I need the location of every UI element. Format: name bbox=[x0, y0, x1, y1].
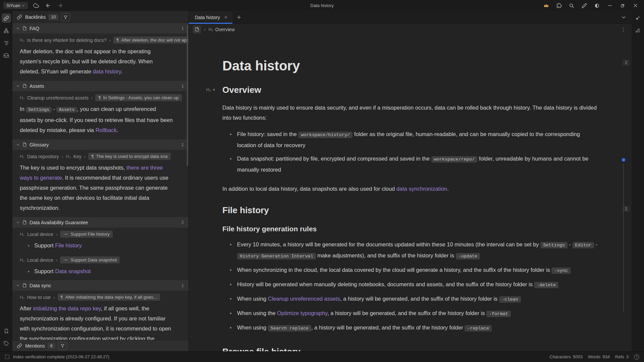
new-tab-button[interactable] bbox=[232, 11, 246, 23]
backlink-paragraph[interactable]: The key is used to encrypt data snapshot… bbox=[12, 161, 189, 216]
editor-scrollbar[interactable] bbox=[623, 164, 624, 313]
list-item[interactable]: •When using Search replace, a history wi… bbox=[222, 321, 599, 335]
dock-outline-icon[interactable] bbox=[2, 38, 11, 48]
breadcrumb-item[interactable]: Overview bbox=[215, 27, 235, 32]
ref-link[interactable]: data history bbox=[93, 68, 121, 74]
ref-link[interactable]: File history bbox=[55, 242, 82, 248]
section-count: 1 bbox=[181, 283, 184, 288]
heading-overview[interactable]: H₂▼Overview bbox=[222, 85, 599, 95]
crumb-heading-text[interactable]: Local device bbox=[27, 232, 53, 237]
crumb-heading-text[interactable]: Local device bbox=[27, 257, 53, 263]
restore-icon[interactable] bbox=[619, 2, 627, 10]
backlink-breadcrumb[interactable]: H₂ Cleanup unreferenced assets›¶In Setti… bbox=[12, 91, 189, 103]
sync-cloud-icon[interactable] bbox=[32, 2, 40, 10]
crown-icon[interactable] bbox=[542, 2, 550, 10]
back-icon[interactable] bbox=[44, 2, 52, 10]
backlink-list-item[interactable]: •Support Data snapshot bbox=[12, 265, 189, 279]
crumb-separator-icon: › bbox=[56, 232, 58, 237]
backlink-paragraph[interactable]: After deletion, the doc will not appear … bbox=[12, 45, 189, 80]
ref-link[interactable]: Optimize typography bbox=[277, 310, 327, 316]
edit-icon[interactable] bbox=[580, 2, 588, 10]
minimize-icon[interactable] bbox=[606, 2, 614, 10]
chevron-down-icon[interactable] bbox=[16, 221, 20, 224]
heading-file-history-generation-rules[interactable]: File history generation rules bbox=[222, 225, 599, 233]
crumb-heading-text[interactable]: How to use bbox=[27, 295, 51, 300]
crumb-block-chip[interactable]: ¶After deletion, the doc will not appear bbox=[113, 37, 189, 44]
crumb-block-chip[interactable]: Support Data snapshot bbox=[60, 256, 120, 263]
crumb-heading-text[interactable]: Key bbox=[73, 154, 82, 159]
heading-gutter[interactable]: H₂▼ bbox=[206, 87, 215, 92]
list-item[interactable]: •Every 10 minutes, a history will be gen… bbox=[222, 238, 599, 263]
dock-inbox-icon[interactable] bbox=[2, 51, 11, 60]
chevron-down-icon[interactable] bbox=[16, 143, 20, 146]
heading-level-label: H₃ bbox=[66, 154, 71, 159]
mentions-filter-button[interactable] bbox=[58, 342, 67, 350]
tab-title: Data history bbox=[195, 15, 220, 20]
crumb-heading-text[interactable]: Cleanup unreferenced assets bbox=[27, 95, 89, 101]
backlinks-filter-button[interactable] bbox=[61, 13, 70, 21]
backlink-section-header[interactable]: FAQ1 bbox=[12, 23, 189, 34]
heading-browse-file-history[interactable]: Browse file history bbox=[222, 347, 599, 351]
backlink-section-header[interactable]: Glossary1 bbox=[12, 139, 189, 150]
collapse-arrow-icon[interactable]: ▼ bbox=[212, 88, 215, 92]
backlink-list-item[interactable]: •Support File history bbox=[12, 239, 189, 253]
backlink-breadcrumb[interactable]: H₂ Is there any #Note# for deleting docs… bbox=[12, 34, 189, 45]
marketplace-icon[interactable] bbox=[555, 2, 563, 10]
list-item[interactable]: •Data snapshot: partitioned by file, enc… bbox=[222, 152, 599, 176]
backlink-breadcrumb[interactable]: H₂ Local device›Support File history bbox=[12, 228, 189, 239]
tab-data-history[interactable]: Data history bbox=[189, 11, 232, 23]
dock-graph-panel-icon[interactable] bbox=[633, 26, 643, 35]
help-icon[interactable]: ? bbox=[634, 354, 639, 360]
backlink-breadcrumb[interactable]: H₂ How to use›¶After initializing the da… bbox=[12, 291, 189, 302]
backlink-paragraph[interactable]: After initializing the data repo key, if… bbox=[12, 302, 189, 340]
backlink-section-header[interactable]: Data Availability Guarantee2 bbox=[12, 217, 189, 228]
list-item[interactable]: •When using the Optimize typography, a h… bbox=[222, 306, 599, 321]
sidebar-scrollbar[interactable] bbox=[187, 25, 188, 166]
dock-bookmark-icon[interactable] bbox=[2, 326, 11, 336]
crumb-block-chip[interactable]: ¶After initializing the data repo key, i… bbox=[58, 294, 160, 301]
ref-link[interactable]: Rollback bbox=[96, 127, 117, 133]
chevron-down-icon[interactable] bbox=[16, 26, 20, 30]
more-icon[interactable]: ⋮ bbox=[621, 26, 626, 33]
backlink-count-bubble[interactable]: 2 bbox=[623, 60, 630, 66]
list-item[interactable]: •When using Cleanup unreferenced assets,… bbox=[222, 292, 599, 306]
backlink-section-header[interactable]: Assets1 bbox=[12, 81, 189, 91]
dock-backlinks-panel-icon[interactable] bbox=[633, 13, 643, 23]
document-content[interactable]: Data history 2 H₂▼OverviewData history i… bbox=[189, 35, 632, 351]
document-title[interactable]: Data history 2 bbox=[222, 58, 599, 73]
app-menu-button[interactable]: SiYuan bbox=[3, 2, 28, 9]
backlink-section-header[interactable]: Data sync1 bbox=[12, 280, 189, 291]
ref-link[interactable]: data synchronization bbox=[396, 186, 447, 192]
forward-icon[interactable] bbox=[56, 2, 64, 10]
chevron-down-icon[interactable] bbox=[16, 284, 20, 287]
dock-backlinks-icon[interactable] bbox=[2, 13, 11, 23]
backlink-breadcrumb[interactable]: H₂ Local device›Support Data snapshot bbox=[12, 253, 189, 265]
crumb-heading-text[interactable]: Is there any #Note# for deleting docs? bbox=[27, 38, 107, 43]
crumb-block-chip[interactable]: ¶In Settings - Assets, you can clean up bbox=[95, 94, 181, 101]
list-item[interactable]: •History will be generated when manually… bbox=[222, 278, 599, 292]
backlink-breadcrumb[interactable]: H₂ Data repository›H₃ Key›¶The key is us… bbox=[12, 150, 189, 161]
tab-close-icon[interactable] bbox=[224, 15, 228, 19]
document-icon[interactable] bbox=[193, 25, 201, 34]
tab-list-button[interactable] bbox=[621, 11, 632, 23]
list-item[interactable]: •When synchronizing in the cloud, the lo… bbox=[222, 263, 599, 278]
chevron-down-icon[interactable] bbox=[16, 84, 20, 88]
heading-file-history[interactable]: File history1 bbox=[222, 205, 599, 216]
paragraph-block[interactable]: Data history is mainly used to ensure da… bbox=[222, 103, 599, 123]
mentions-header[interactable]: Mentions 6 bbox=[12, 340, 189, 351]
paragraph-block[interactable]: In addition to local data history, data … bbox=[222, 184, 599, 194]
backlink-paragraph[interactable]: In Settings - Assets, you can clean up u… bbox=[12, 103, 189, 138]
ref-link[interactable]: initializing the data repo key bbox=[33, 305, 101, 311]
ref-link[interactable]: Cleanup unreferenced assets bbox=[268, 296, 340, 302]
dock-graph-icon[interactable] bbox=[2, 26, 11, 35]
theme-icon[interactable] bbox=[593, 2, 601, 10]
list-item[interactable]: •File history: saved in the workspace/hi… bbox=[222, 127, 599, 152]
dock-tag-icon[interactable] bbox=[2, 339, 11, 348]
scroll-position-dot[interactable] bbox=[622, 158, 625, 162]
crumb-block-chip[interactable]: Support File history bbox=[60, 231, 112, 238]
close-icon[interactable] bbox=[631, 2, 639, 10]
crumb-heading-text[interactable]: Data repository bbox=[27, 154, 59, 159]
search-icon[interactable] bbox=[568, 2, 576, 10]
crumb-block-chip[interactable]: ¶The key is used to encrypt data sna bbox=[88, 153, 170, 160]
ref-link[interactable]: Data snapshot bbox=[55, 268, 91, 274]
